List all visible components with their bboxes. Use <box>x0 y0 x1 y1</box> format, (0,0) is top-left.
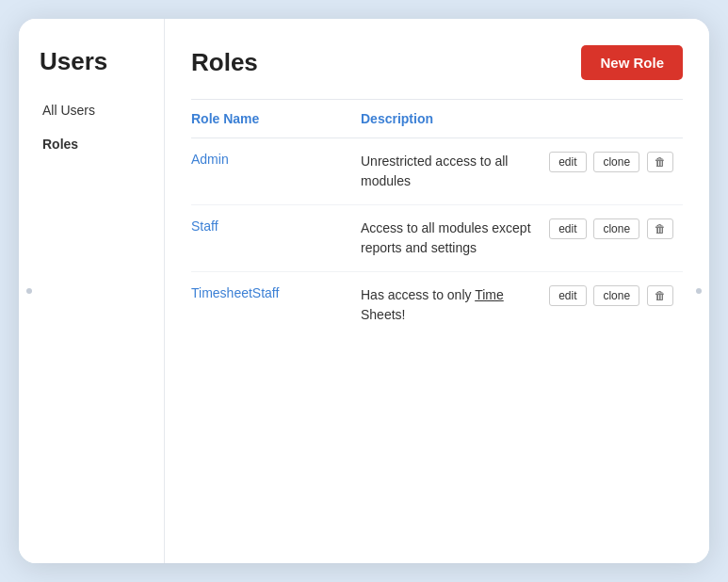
sidebar-nav: All Users Roles <box>19 93 164 161</box>
col-header-actions <box>545 100 683 138</box>
role-name-cell: TimesheetStaff <box>191 272 361 339</box>
sidebar-item-all-users[interactable]: All Users <box>19 93 164 127</box>
role-name-link-admin[interactable]: Admin <box>191 152 229 167</box>
actions-cell-timesheetstaff: edit clone 🗑 <box>545 272 683 339</box>
col-header-description: Description <box>361 100 545 138</box>
col-header-role-name: Role Name <box>191 100 361 138</box>
clone-button-admin[interactable]: clone <box>593 152 639 172</box>
actions-cell-staff: edit clone 🗑 <box>545 205 683 272</box>
edit-button-timesheetstaff[interactable]: edit <box>549 285 586 306</box>
trash-icon: 🗑 <box>655 155 666 169</box>
sidebar-item-roles[interactable]: Roles <box>19 127 164 161</box>
content-header: Roles New Role <box>191 45 683 80</box>
main-layout: Users All Users Roles Roles New Role <box>19 19 709 563</box>
highlight-text: Time <box>475 287 504 302</box>
table-header-row: Role Name Description <box>191 100 683 138</box>
content-area: Roles New Role Role Name Description <box>165 19 709 563</box>
clone-button-timesheetstaff[interactable]: clone <box>593 285 639 306</box>
sidebar: Users All Users Roles <box>19 19 165 563</box>
edit-button-admin[interactable]: edit <box>549 152 586 172</box>
edit-button-staff[interactable]: edit <box>549 218 586 239</box>
new-role-button[interactable]: New Role <box>581 45 683 80</box>
sidebar-item-label: All Users <box>42 103 95 118</box>
delete-button-staff[interactable]: 🗑 <box>647 218 673 239</box>
page-title: Roles <box>191 48 258 77</box>
description-cell-timesheetstaff: Has access to only Time Sheets! <box>361 272 545 339</box>
sidebar-item-label: Roles <box>42 137 78 152</box>
trash-icon: 🗑 <box>655 222 666 235</box>
delete-button-timesheetstaff[interactable]: 🗑 <box>647 285 673 306</box>
table-row: Admin Unrestricted access to all modules… <box>191 138 683 205</box>
table-row: Staff Access to all modules except repor… <box>191 205 683 272</box>
table-row: TimesheetStaff Has access to only Time S… <box>191 272 683 339</box>
description-cell-admin: Unrestricted access to all modules <box>361 138 545 205</box>
role-name-link-staff[interactable]: Staff <box>191 218 218 234</box>
roles-table: Role Name Description Admin <box>191 100 683 338</box>
clone-button-staff[interactable]: clone <box>593 218 639 239</box>
trash-icon: 🗑 <box>655 289 666 302</box>
role-name-cell: Admin <box>191 138 361 205</box>
actions-cell-admin: edit clone 🗑 <box>545 138 683 205</box>
delete-button-admin[interactable]: 🗑 <box>647 152 673 172</box>
sidebar-title: Users <box>19 47 164 93</box>
role-name-cell: Staff <box>191 205 361 272</box>
tablet-frame: Users All Users Roles Roles New Role <box>19 19 709 563</box>
role-name-link-timesheetstaff[interactable]: TimesheetStaff <box>191 285 279 300</box>
description-cell-staff: Access to all modules except reports and… <box>361 205 545 272</box>
